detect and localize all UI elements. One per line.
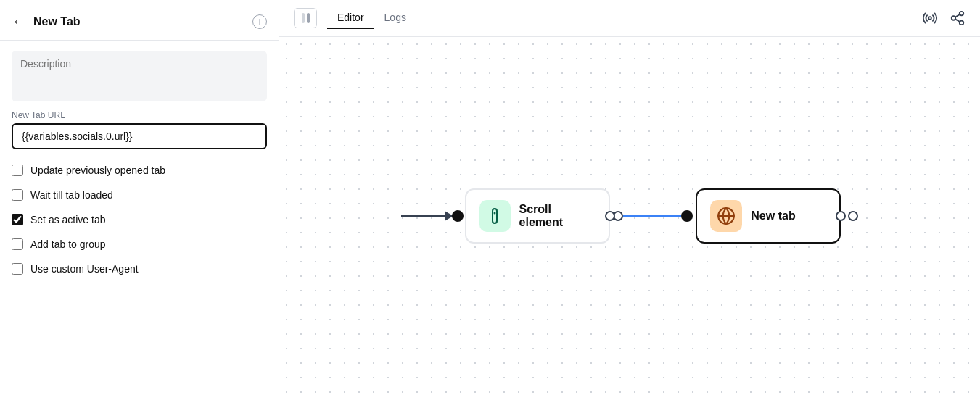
connector-line [623, 215, 681, 217]
url-field-container: New Tab URL [12, 110, 267, 149]
checkbox-add-group-input[interactable] [12, 238, 23, 250]
checkbox-custom-agent-label: Use custom User-Agent [30, 263, 139, 275]
arrow-line [401, 215, 445, 217]
checkbox-set-active-label: Set as active tab [30, 214, 106, 225]
entry-dot [452, 210, 464, 222]
panel-title: New Tab [33, 15, 81, 28]
checkbox-add-group-label: Add tab to group [30, 238, 106, 250]
node-connector [613, 210, 693, 222]
svg-point-0 [928, 17, 931, 20]
tab-editor[interactable]: Editor [327, 7, 374, 29]
left-panel: ← New Tab i New Tab URL Update previousl… [0, 0, 279, 395]
scroll-element-label: Scroll element [519, 203, 596, 229]
new-tab-label: New tab [751, 209, 795, 223]
checkbox-custom-agent-input[interactable] [12, 263, 23, 275]
entry-arrow [401, 210, 464, 222]
right-panel: Editor Logs [279, 0, 980, 395]
checkbox-add-group[interactable]: Add tab to group [12, 232, 267, 257]
description-textarea[interactable] [12, 51, 267, 101]
panel-body: New Tab URL Update previously opened tab… [0, 41, 279, 291]
connector-right-dot [681, 210, 693, 222]
panel-header: ← New Tab i [0, 0, 279, 41]
checkbox-custom-agent[interactable]: Use custom User-Agent [12, 257, 267, 281]
checkbox-wait-tab-input[interactable] [12, 189, 23, 201]
editor-header-right [922, 10, 965, 26]
url-input[interactable] [12, 123, 267, 149]
checkbox-wait-tab-label: Wait till tab loaded [30, 189, 113, 201]
canvas[interactable]: Scroll element New tab [279, 37, 980, 395]
info-icon[interactable]: i [252, 14, 267, 29]
exit-dot [848, 211, 858, 221]
editor-header-left: Editor Logs [294, 7, 416, 29]
tab-nav: Editor Logs [327, 7, 416, 29]
scroll-element-output-dot[interactable] [605, 211, 615, 221]
url-field-label: New Tab URL [12, 110, 267, 120]
flow-container: Scroll element New tab [401, 188, 858, 244]
editor-header: Editor Logs [279, 0, 980, 37]
scroll-element-node[interactable]: Scroll element [465, 188, 610, 244]
new-tab-output-dot[interactable] [836, 211, 846, 221]
new-tab-node[interactable]: New tab [696, 188, 841, 244]
share-icon[interactable] [950, 10, 965, 26]
checkbox-set-active-input[interactable] [12, 214, 23, 225]
checkbox-wait-tab[interactable]: Wait till tab loaded [12, 183, 267, 207]
sidebar-toggle-button[interactable] [294, 8, 317, 28]
panel-header-left: ← New Tab [12, 13, 81, 30]
broadcast-icon[interactable] [922, 10, 938, 26]
svg-line-5 [955, 14, 960, 17]
checkbox-set-active[interactable]: Set as active tab [12, 207, 267, 232]
scroll-element-icon [479, 200, 511, 232]
checkbox-update-prev-input[interactable] [12, 165, 23, 176]
checkbox-update-prev[interactable]: Update previously opened tab [12, 158, 267, 183]
svg-point-7 [494, 212, 496, 215]
sidebar-toggle-icon [302, 13, 310, 23]
checkbox-list: Update previously opened tab Wait till t… [12, 158, 267, 281]
svg-line-4 [955, 19, 960, 22]
checkbox-update-prev-label: Update previously opened tab [30, 165, 165, 176]
new-tab-icon [710, 200, 742, 232]
back-button[interactable]: ← [12, 13, 26, 30]
tab-logs[interactable]: Logs [374, 7, 416, 29]
svg-rect-6 [493, 209, 497, 223]
